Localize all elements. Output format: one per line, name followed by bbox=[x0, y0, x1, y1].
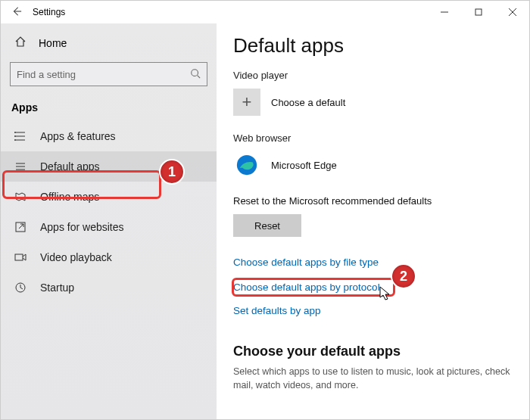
video-player-default[interactable]: + Choose a default bbox=[233, 89, 513, 116]
search-input[interactable] bbox=[17, 69, 190, 80]
sidebar-item-label: Default apps bbox=[40, 160, 100, 173]
reset-label: Reset to the Microsoft recommended defau… bbox=[233, 195, 513, 207]
svg-point-5 bbox=[192, 69, 198, 76]
titlebar: Settings bbox=[1, 1, 529, 23]
svg-point-12 bbox=[14, 139, 16, 141]
open-icon bbox=[14, 221, 26, 233]
close-button[interactable] bbox=[495, 1, 529, 23]
video-icon bbox=[14, 251, 26, 263]
page-heading: Default apps bbox=[233, 34, 513, 58]
defaults-icon bbox=[14, 160, 26, 173]
video-player-label: Video player bbox=[233, 70, 513, 81]
sidebar-item-label: Video playback bbox=[40, 251, 112, 263]
maximize-button[interactable] bbox=[461, 1, 495, 23]
search-icon bbox=[190, 68, 201, 81]
edge-label: Microsoft Edge bbox=[271, 160, 337, 171]
list-icon bbox=[14, 130, 26, 142]
startup-icon bbox=[14, 282, 26, 294]
svg-point-10 bbox=[14, 132, 16, 133]
sidebar-item-apps-websites[interactable]: Apps for websites bbox=[1, 212, 217, 242]
sidebar-item-default-apps[interactable]: Default apps bbox=[1, 151, 217, 182]
minimize-button[interactable] bbox=[427, 1, 461, 23]
link-protocol[interactable]: Choose default apps by protocol bbox=[233, 282, 380, 293]
link-file-type[interactable]: Choose default apps by file type bbox=[233, 255, 379, 269]
search-box[interactable] bbox=[10, 62, 207, 86]
sidebar-item-label: Startup bbox=[40, 282, 74, 294]
choose-heading: Choose your default apps bbox=[233, 344, 513, 359]
svg-point-11 bbox=[14, 135, 16, 137]
sidebar-item-label: Offline maps bbox=[40, 191, 99, 203]
link-set-by-app[interactable]: Set defaults by app bbox=[233, 305, 321, 316]
svg-line-6 bbox=[198, 75, 201, 78]
sidebar-item-video-playback[interactable]: Video playback bbox=[1, 242, 217, 272]
sidebar-item-label: Apps for websites bbox=[40, 221, 124, 233]
sidebar-item-offline-maps[interactable]: Offline maps bbox=[1, 182, 217, 212]
home-label: Home bbox=[39, 37, 67, 49]
sidebar-item-startup[interactable]: Startup bbox=[1, 272, 217, 303]
back-icon[interactable] bbox=[11, 6, 22, 19]
map-icon bbox=[14, 191, 26, 203]
edge-icon bbox=[233, 151, 260, 179]
window-title: Settings bbox=[33, 7, 65, 17]
sidebar-home[interactable]: Home bbox=[1, 28, 217, 58]
home-icon bbox=[14, 36, 26, 50]
reset-button[interactable]: Reset bbox=[233, 214, 301, 237]
plus-icon: + bbox=[233, 89, 260, 116]
sidebar-item-label: Apps & features bbox=[40, 130, 116, 142]
web-browser-label: Web browser bbox=[233, 132, 513, 144]
sidebar-item-apps-features[interactable]: Apps & features bbox=[1, 121, 217, 151]
settings-window: Settings Home bbox=[0, 0, 530, 420]
sidebar: Home Apps Apps & features Default ap bbox=[1, 23, 217, 419]
svg-rect-17 bbox=[15, 254, 23, 260]
content-pane: Default apps Video player + Choose a def… bbox=[217, 23, 529, 419]
svg-rect-2 bbox=[475, 9, 482, 15]
choose-paragraph: Select which apps to use to listen to mu… bbox=[233, 366, 513, 392]
web-browser-default[interactable]: Microsoft Edge bbox=[233, 151, 513, 179]
sidebar-group-header: Apps bbox=[1, 97, 217, 121]
choose-default-text: Choose a default bbox=[271, 97, 345, 108]
